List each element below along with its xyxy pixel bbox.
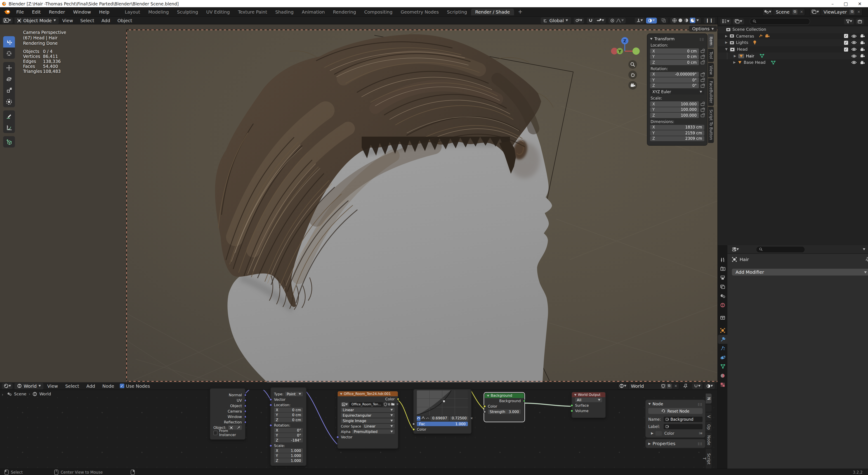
proportional-editing-toggle[interactable]: ▼ — [609, 18, 626, 23]
socket-window[interactable] — [244, 416, 246, 418]
workspace-tab-scripting[interactable]: Scripting — [443, 8, 471, 15]
vp-menu-object[interactable]: Object — [114, 18, 136, 23]
nd-menu-node[interactable]: Node — [99, 383, 118, 388]
socket-object[interactable] — [244, 405, 246, 407]
nd-menu-add[interactable]: Add — [83, 383, 99, 388]
outliner-row-scene-collection[interactable]: Scene Collection — [718, 26, 868, 33]
head-render-icon[interactable] — [860, 47, 865, 51]
shading-solid-icon[interactable] — [678, 18, 682, 23]
workspace-tab-modeling[interactable]: Modeling — [144, 8, 173, 15]
xray-toggle[interactable] — [659, 18, 668, 23]
panel-grip-icon[interactable]: ⣿⣿ — [700, 37, 704, 40]
envtex-projection-dropdown[interactable]: Equirectangular▼ — [341, 413, 395, 418]
reset-node-button[interactable]: Reset Node — [648, 408, 703, 414]
node-canvas[interactable]: › Scene › World Normal UV Object — [0, 390, 717, 469]
curve-y-field[interactable]: 0.72500 — [450, 416, 468, 420]
workspace-tab-texture-paint[interactable]: Texture Paint — [234, 8, 271, 15]
base-head-render-icon[interactable] — [860, 61, 865, 65]
scene-copy-icon[interactable]: ⧉ — [792, 9, 797, 14]
use-nodes-checkbox[interactable]: ✓ — [120, 384, 124, 388]
pivot-dropdown[interactable]: ▼ — [574, 18, 584, 23]
node-world-output[interactable]: ▼World Output All▼ Surface Volume — [571, 392, 606, 418]
npanel-tab-item[interactable]: Item — [708, 34, 714, 48]
mapping-loc-z[interactable]: Z0 cm — [274, 418, 303, 422]
tab-object[interactable] — [718, 326, 727, 335]
node-rgb-curves[interactable]: 0.69697 0.72500 ✕ Fac1.000 Color — [413, 389, 471, 434]
scene-icon[interactable]: ▼ — [763, 8, 773, 15]
node-editor-type-icon[interactable]: ▼ — [2, 383, 13, 389]
tab-material[interactable] — [718, 371, 727, 380]
minimize-button[interactable]: – — [831, 1, 834, 6]
node-name-field[interactable]: Background — [664, 417, 703, 422]
tool-annotate[interactable] — [3, 110, 15, 122]
nd-tab-blank[interactable] — [706, 405, 712, 412]
viewlayer-copy-icon[interactable]: ⧉ — [850, 9, 855, 14]
use-nodes-toggle[interactable]: ✓ Use Nodes — [120, 383, 150, 388]
cameras-hide-icon[interactable] — [851, 34, 857, 38]
socket-uv[interactable] — [244, 399, 246, 402]
envtex-copy-icon[interactable]: ⧉ — [388, 403, 391, 407]
node-properties-section[interactable]: ▼ Properties ⣿⣿ — [646, 439, 705, 448]
tool-cursor[interactable] — [3, 48, 15, 59]
socket-background-strength[interactable] — [483, 411, 486, 413]
socket-reflection[interactable] — [244, 421, 246, 423]
node-section-collapse[interactable]: ▼ — [648, 403, 651, 406]
curve-widget[interactable] — [417, 390, 468, 415]
nd-snap-toggle[interactable]: ▼ — [692, 383, 702, 389]
nd-tab-node[interactable]: Node — [706, 433, 712, 448]
head-checkbox[interactable]: ✓ — [844, 47, 848, 51]
options-button[interactable]: Options▼ — [689, 26, 717, 32]
nd-tab-op[interactable]: Op — [706, 422, 712, 432]
tool-select-box[interactable] — [3, 36, 15, 48]
background-strength-field[interactable]: Strength3.000 — [488, 409, 521, 414]
lights-render-icon[interactable] — [860, 41, 865, 45]
world-datablock-icon[interactable]: ▼ — [618, 383, 628, 389]
outliner-row-head[interactable]: ▼ Head ✓ — [718, 46, 868, 53]
envtex-unlink-icon[interactable]: ✕ — [396, 403, 399, 406]
overlays-toggle[interactable]: ▼ — [646, 18, 657, 23]
rotation-mode-dropdown[interactable]: XYZ Euler▼ — [650, 89, 704, 94]
transform-title[interactable]: Transform — [654, 37, 675, 41]
node-color-presets-icon[interactable]: ⁞≡ — [699, 432, 703, 435]
workspace-tab-shading[interactable]: Shading — [271, 8, 298, 15]
nd-tab-v[interactable]: V — [706, 413, 712, 421]
node-color-collapse[interactable]: ▼ — [650, 432, 654, 435]
cameras-render-icon[interactable] — [860, 34, 865, 38]
vp-menu-view[interactable]: View — [59, 18, 76, 23]
tool-rotate[interactable] — [3, 73, 15, 85]
editor-type-icon[interactable]: ▼ — [2, 18, 13, 23]
envtex-source-dropdown[interactable]: Single Image▼ — [341, 418, 395, 423]
mapping-loc-y[interactable]: Y0 cm — [274, 413, 303, 417]
node-label-field[interactable] — [664, 424, 703, 429]
nd-menu-select[interactable]: Select — [61, 383, 83, 388]
envtex-fake-user-icon[interactable] — [384, 403, 387, 407]
workspace-tab-compositing[interactable]: Compositing — [360, 8, 397, 15]
tab-collection[interactable] — [718, 313, 727, 322]
workspace-tab-render-shade[interactable]: Render / Shade — [471, 8, 514, 15]
socket-mapping-scale[interactable] — [270, 444, 272, 447]
blender-menu-icon[interactable] — [4, 9, 10, 14]
scene-unlink-icon[interactable]: ✕ — [798, 10, 805, 14]
gizmo-x-axis[interactable] — [632, 48, 640, 55]
curve-delete-point-icon[interactable]: ✕ — [469, 416, 474, 420]
tab-modifiers[interactable] — [718, 335, 727, 344]
pause-render-button[interactable]: ❙❙ — [704, 18, 715, 23]
scene-selector[interactable]: ▼ Scene ⧉ ✕ — [762, 8, 805, 16]
curve-handle-vector-icon[interactable] — [421, 416, 425, 420]
node-background[interactable]: ▼Background Background Color Strength3.0… — [484, 393, 524, 422]
location-z-field[interactable]: Z0 cm — [650, 60, 699, 65]
lock-location-y-icon[interactable] — [701, 55, 704, 59]
lock-scale-y-icon[interactable] — [701, 108, 704, 112]
vp-menu-select[interactable]: Select — [76, 18, 98, 23]
scale-x-field[interactable]: X100.000 — [650, 101, 699, 107]
zoom-button[interactable] — [628, 60, 637, 69]
socket-mapping-rotation[interactable] — [270, 424, 272, 426]
tab-world[interactable] — [718, 300, 727, 309]
tab-output[interactable] — [718, 273, 727, 282]
socket-camera[interactable] — [244, 410, 246, 413]
rotation-x-field[interactable]: X-0.000009° — [650, 72, 699, 77]
tab-object-data[interactable] — [718, 362, 727, 371]
hair-render-icon[interactable] — [860, 54, 865, 58]
properties-pin-icon[interactable] — [865, 257, 868, 262]
close-button[interactable]: ✕ — [858, 1, 862, 6]
